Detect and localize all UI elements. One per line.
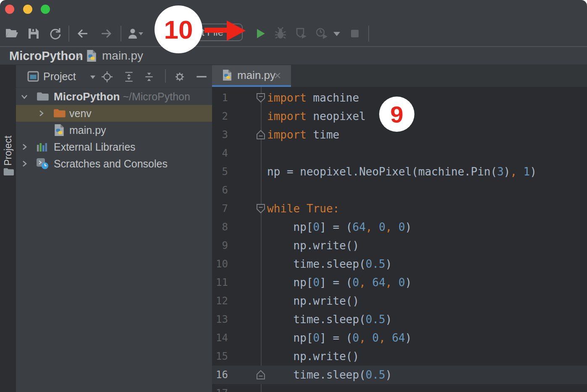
tree-item-label: Scratches and Consoles xyxy=(54,155,168,172)
chevron-right-icon[interactable] xyxy=(21,160,28,167)
code-text: np.write() xyxy=(267,236,359,255)
code-line-12[interactable]: 12 np.write() xyxy=(212,292,587,310)
code-text: np = neopixel.NeoPixel(machine.Pin(3), 1… xyxy=(267,162,537,181)
tab-label: main.py xyxy=(237,65,275,85)
code-line-7[interactable]: 7while True: xyxy=(212,199,587,218)
code-line-10[interactable]: 10 time.sleep(0.5) xyxy=(212,255,587,273)
project-panel-header: Project xyxy=(16,65,212,87)
breadcrumb-chevron: › xyxy=(77,46,81,64)
traffic-light-zoom-button[interactable] xyxy=(41,5,50,14)
chevron-down-icon[interactable] xyxy=(21,93,28,100)
code-line-5[interactable]: 5np = neopixel.NeoPixel(machine.Pin(3), … xyxy=(212,162,587,181)
code-line-16[interactable]: 16 time.sleep(0.5) xyxy=(212,366,587,384)
line-number: 14 xyxy=(212,329,228,347)
annotation-step-9-number: 9 xyxy=(390,101,403,128)
breadcrumb-project[interactable]: MicroPython xyxy=(9,47,83,65)
python-file-icon xyxy=(86,50,97,62)
code-line-13[interactable]: 13 time.sleep(0.5) xyxy=(212,310,587,329)
stop-icon[interactable] xyxy=(348,27,362,40)
annotation-step-9-badge: 9 xyxy=(379,97,414,132)
chevron-right-icon[interactable] xyxy=(37,110,45,117)
settings-gear-icon[interactable] xyxy=(174,71,186,83)
close-tab-icon[interactable] xyxy=(273,71,282,80)
code-line-14[interactable]: 14 np[0] = (0, 0, 64) xyxy=(212,329,587,347)
collapse-all-icon[interactable] xyxy=(143,71,155,83)
project-view-icon[interactable] xyxy=(27,71,39,82)
annotation-step-10-badge: 10 xyxy=(155,5,202,53)
profiler-icon[interactable] xyxy=(315,27,328,40)
user-menu-icon[interactable] xyxy=(127,27,144,40)
project-panel-title[interactable]: Project xyxy=(43,71,76,82)
code-text: while True: xyxy=(267,199,339,218)
tree-row-micropython-root[interactable]: MicroPython ~/MicroPython xyxy=(16,88,212,105)
toolbar-separator xyxy=(68,26,69,42)
code-line-9[interactable]: 9 np.write() xyxy=(212,236,587,255)
tree-item-label: External Libraries xyxy=(54,139,136,155)
tree-item-label: venv xyxy=(69,105,92,122)
scratches-icon xyxy=(36,158,49,170)
python-file-icon xyxy=(54,124,65,136)
tab-main-py[interactable]: main.py xyxy=(212,65,291,85)
open-folder-icon[interactable] xyxy=(5,27,18,40)
line-number: 12 xyxy=(212,292,228,310)
line-number: 11 xyxy=(212,273,228,292)
panel-header-separator xyxy=(165,69,166,83)
line-number: 1 xyxy=(212,89,228,107)
code-text: time.sleep(0.5) xyxy=(267,255,392,273)
editor-tab-bar: main.py xyxy=(212,65,587,87)
excluded-folder-icon xyxy=(53,108,66,118)
sync-icon[interactable] xyxy=(48,27,62,40)
fold-marker-start[interactable] xyxy=(256,204,265,214)
run-with-coverage-icon[interactable] xyxy=(295,27,308,40)
tree-row-venv[interactable]: venv xyxy=(16,105,212,122)
code-text: import time xyxy=(267,125,339,144)
line-number: 16 xyxy=(212,366,228,384)
tree-root-name: MicroPython xyxy=(54,90,120,103)
debug-icon[interactable] xyxy=(274,27,287,40)
code-line-4[interactable]: 4 xyxy=(212,144,587,162)
breadcrumb-file[interactable]: main.py xyxy=(102,47,143,65)
pycharm-window: t File MicroPython › main.py xyxy=(0,0,587,392)
traffic-light-close-button[interactable] xyxy=(5,5,14,14)
locate-file-icon[interactable] xyxy=(101,71,113,83)
toolbar-separator xyxy=(368,26,369,42)
forward-icon[interactable] xyxy=(100,27,113,40)
tree-row-scratches-and-consoles[interactable]: Scratches and Consoles xyxy=(16,155,212,172)
project-tool-window-icon[interactable] xyxy=(3,167,14,176)
save-icon[interactable] xyxy=(27,27,40,40)
code-line-6[interactable]: 6 xyxy=(212,181,587,199)
code-area: 1import machine2import neopixel3import t… xyxy=(212,87,587,392)
folder-icon xyxy=(36,91,49,101)
code-text: np[0] = (64, 0, 0) xyxy=(267,218,411,236)
libraries-icon xyxy=(36,142,48,153)
code-line-15[interactable]: 15 np.write() xyxy=(212,347,587,366)
project-panel: Project xyxy=(16,65,212,392)
tool-window-strip: Project xyxy=(0,65,16,392)
tree-row-main-py[interactable]: main.py xyxy=(16,122,212,139)
line-number: 9 xyxy=(212,236,228,255)
traffic-light-minimize-button[interactable] xyxy=(23,5,32,14)
more-run-options-caret-icon[interactable] xyxy=(333,31,341,37)
expand-all-icon[interactable] xyxy=(123,71,135,83)
chevron-right-icon[interactable] xyxy=(21,143,28,151)
back-icon[interactable] xyxy=(76,27,89,40)
fold-marker-end[interactable] xyxy=(256,130,265,140)
code-text: import machine xyxy=(267,89,359,107)
code-text: time.sleep(0.5) xyxy=(267,310,392,329)
fold-marker-start[interactable] xyxy=(256,93,265,103)
annotation-step-10-number: 10 xyxy=(164,15,193,44)
code-line-17[interactable]: 17 xyxy=(212,384,587,392)
tree-row-external-libraries[interactable]: External Libraries xyxy=(16,139,212,155)
line-number: 2 xyxy=(212,107,228,125)
code-line-8[interactable]: 8 np[0] = (64, 0, 0) xyxy=(212,218,587,236)
line-number: 7 xyxy=(212,199,228,218)
panel-header-divider xyxy=(16,87,212,88)
project-strip-label[interactable]: Project xyxy=(3,130,13,172)
project-view-caret-icon[interactable] xyxy=(90,75,96,79)
code-line-11[interactable]: 11 np[0] = (0, 64, 0) xyxy=(212,273,587,292)
run-icon[interactable] xyxy=(254,27,267,40)
line-number: 5 xyxy=(212,162,228,181)
fold-marker-end[interactable] xyxy=(256,370,265,380)
hide-panel-icon[interactable] xyxy=(197,76,207,78)
code-text: np[0] = (0, 64, 0) xyxy=(267,273,411,292)
